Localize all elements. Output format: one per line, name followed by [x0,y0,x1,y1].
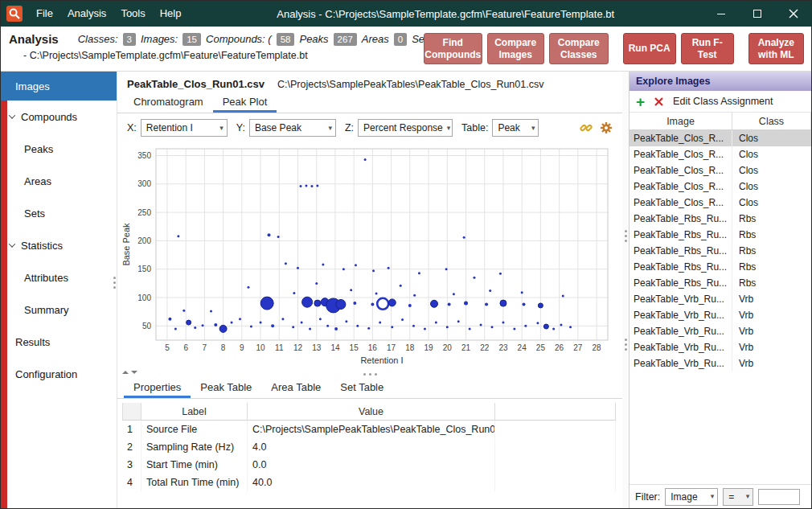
property-row[interactable]: 3Start Time (min)0.0 [122,456,616,474]
panel-splitter[interactable] [622,72,629,508]
edit-class-assignment-button[interactable]: Edit Class Assignment [673,96,773,107]
image-class: Vrb [732,326,753,337]
image-row[interactable]: PeakTable_Rbs_Ru...Rbs [630,227,811,243]
stat-label: Peaks [299,33,328,45]
x-axis-select[interactable]: Retention I ▾ [141,119,228,137]
menu-help[interactable]: Help [153,1,189,27]
image-table-header: Image Class [630,113,811,130]
image-row[interactable]: PeakTable_Vrb_Ru...Vrb [630,323,811,339]
data-point [292,326,294,328]
tab-set-table[interactable]: Set Table [330,378,393,398]
image-row[interactable]: PeakTable_Vrb_Ru...Vrb [630,355,811,371]
run-f-test-button[interactable]: Run F-Test [681,33,734,64]
sidebar-splitter-handle[interactable] [113,277,116,289]
compare-images-button[interactable]: Compare Images [487,33,544,64]
sidebar-item-results[interactable]: Results [1,326,117,358]
data-point [315,282,318,285]
splitter-handle[interactable] [625,230,627,242]
image-name: PeakTable_Vrb_Ru... [630,339,732,355]
image-row[interactable]: PeakTable_Clos_R...Clos [630,162,811,179]
column-header-class[interactable]: Class [732,113,811,129]
image-row[interactable]: PeakTable_Clos_R...Clos [630,146,811,162]
link-icon[interactable] [578,120,594,136]
sidebar-item-attributes[interactable]: Attributes [1,261,117,293]
minimize-button[interactable] [703,1,739,27]
maximize-button[interactable] [739,1,775,27]
data-point [277,236,280,238]
image-row[interactable]: PeakTable_Vrb_Ru...Vrb [630,291,811,307]
image-row[interactable]: PeakTable_Clos_R...Clos [630,179,811,195]
y-axis-select[interactable]: Base Peak ▾ [249,119,336,137]
menu-tools[interactable]: Tools [113,1,152,27]
image-row[interactable]: PeakTable_Rbs_Ru...Rbs [630,243,811,259]
filter-field-select[interactable]: Image ▾ [665,488,718,506]
menu-analysis[interactable]: Analysis [60,1,113,27]
add-image-icon[interactable]: + [636,94,645,109]
property-row[interactable]: 2Sampling Rate (Hz)4.0 [122,438,616,456]
filter-value-input[interactable] [758,489,800,505]
sidebar-item-sets[interactable]: Sets [1,197,117,229]
sidebar-item-statistics[interactable]: Statistics [1,229,117,261]
horizontal-splitter[interactable] [117,370,622,378]
splitter-handle[interactable] [363,373,377,376]
stat-label: Compounds: ( [206,33,272,45]
svg-text:250: 250 [137,208,151,217]
sidebar-item-configuration[interactable]: Configuration [1,358,117,390]
filter-bar: Filter: Image ▾ = ▾ [630,484,811,508]
tab-peak-plot[interactable]: Peak Plot [213,92,277,113]
data-point [464,302,468,306]
sidebar-item-label: Results [15,336,50,348]
tab-area-table[interactable]: Area Table [261,378,330,398]
filter-operator-select[interactable]: = ▾ [723,488,753,506]
data-point [400,285,402,287]
explore-toolbar: + Edit Class Assignment [630,91,811,113]
tab-chromatogram[interactable]: Chromatogram [124,92,213,113]
data-point [355,264,357,266]
image-row[interactable]: PeakTable_Rbs_Ru...Rbs [630,259,811,275]
data-point [268,233,271,236]
sidebar-item-peaks[interactable]: Peaks [1,133,117,165]
property-row[interactable]: 4Total Run Time (min)40.0 [122,474,616,491]
splitter-handle[interactable] [625,339,627,351]
sidebar-item-images[interactable]: Images [1,72,117,101]
chevron-down-icon: ▾ [328,125,332,132]
image-row[interactable]: PeakTable_Clos_R...Clos [630,195,811,211]
sidebar-item-summary[interactable]: Summary [1,293,117,326]
z-axis-select[interactable]: Percent Response ▾ [358,119,453,137]
chevron-down-icon[interactable] [9,112,15,118]
sidebar-item-areas[interactable]: Areas [1,165,117,197]
data-point [350,289,352,291]
compare-classes-button[interactable]: Compare Classes [549,33,609,64]
find-compounds-button[interactable]: Find Compounds [424,33,482,64]
close-button[interactable] [775,1,811,27]
peak-plot[interactable]: 5010015020025030035056789101112131415161… [121,142,616,367]
data-point [435,322,437,324]
column-header-image[interactable]: Image [630,113,732,129]
table-select[interactable]: Peak ▾ [492,119,539,137]
page-title: Analysis [9,32,59,46]
menu-file[interactable]: File [29,1,60,27]
sidebar-item-label: Configuration [15,368,77,380]
column-header-label[interactable]: Label [141,403,248,421]
analyze-with-ml-button[interactable]: Analyze with ML [748,33,804,64]
image-name: PeakTable_Clos_R... [630,179,732,195]
sidebar-item-compounds[interactable]: Compounds [1,101,117,133]
column-header-value[interactable]: Value [248,403,495,421]
data-point [408,304,412,307]
property-row[interactable]: 1Source FileC:\Projects\SamplePeakTables… [122,421,616,438]
image-row[interactable]: PeakTable_Clos_R...Clos [630,130,811,146]
image-row[interactable]: PeakTable_Rbs_Ru...Rbs [630,211,811,227]
image-row[interactable]: PeakTable_Vrb_Ru...Vrb [630,339,811,355]
svg-text:28: 28 [593,343,602,352]
tab-properties[interactable]: Properties [124,378,191,398]
svg-text:21: 21 [461,343,471,352]
image-class: Vrb [732,293,753,305]
collapse-expand-icon[interactable] [122,371,137,374]
image-row[interactable]: PeakTable_Rbs_Ru...Rbs [630,275,811,291]
tab-peak-table[interactable]: Peak Table [191,378,261,398]
run-pca-button[interactable]: Run PCA [623,33,676,64]
settings-gear-icon[interactable] [598,120,614,136]
remove-image-icon[interactable] [654,97,663,106]
image-row[interactable]: PeakTable_Vrb_Ru...Vrb [630,307,811,323]
chevron-down-icon[interactable] [9,240,15,247]
